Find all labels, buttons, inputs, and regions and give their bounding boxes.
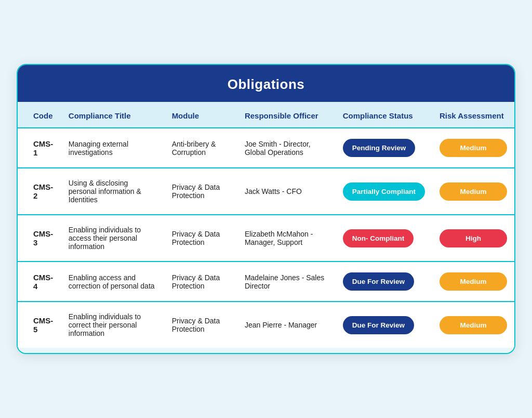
risk-badge: Medium xyxy=(440,316,507,334)
cell-compliance-title: Enabling access and correction of person… xyxy=(61,262,165,302)
table-container: Code Compliance Title Module Responsible… xyxy=(18,102,514,353)
risk-badge: High xyxy=(440,229,507,247)
status-badge: Pending Review xyxy=(343,139,416,157)
cell-module: Privacy & Data Protection xyxy=(165,215,237,262)
obligations-table: Code Compliance Title Module Responsible… xyxy=(18,102,514,348)
cell-code: CMS-4 xyxy=(18,262,61,302)
cell-status: Non- Compliant xyxy=(336,215,432,262)
risk-badge: Medium xyxy=(440,182,507,201)
table-row: CMS-1 Managing external investigations A… xyxy=(18,128,514,168)
cell-officer: Jack Watts - CFO xyxy=(237,168,336,215)
cell-officer: Elizabeth McMahon - Manager, Support xyxy=(237,215,336,262)
card-header: Obligations xyxy=(18,65,514,102)
cell-risk: Medium xyxy=(432,302,514,348)
cell-status: Partially Compliant xyxy=(336,168,432,215)
cell-risk: Medium xyxy=(432,128,514,168)
col-header-officer: Responsible Officer xyxy=(237,102,336,128)
cell-risk: Medium xyxy=(432,262,514,302)
cell-code: CMS-1 xyxy=(18,128,61,168)
status-badge: Due For Review xyxy=(343,272,414,291)
table-row: CMS-4 Enabling access and correction of … xyxy=(18,262,514,302)
cell-compliance-title: Enabling individuals to access their per… xyxy=(61,215,165,262)
col-header-risk: Risk Assessment xyxy=(432,102,514,128)
status-badge: Non- Compliant xyxy=(343,229,414,247)
cell-officer: Jean Pierre - Manager xyxy=(237,302,336,348)
col-header-compliance-title: Compliance Title xyxy=(61,102,165,128)
cell-compliance-title: Using & disclosing personal information … xyxy=(61,168,165,215)
col-header-code: Code xyxy=(18,102,61,128)
cell-module: Privacy & Data Protection xyxy=(165,168,237,215)
cell-code: CMS-2 xyxy=(18,168,61,215)
cell-compliance-title: Managing external investigations xyxy=(61,128,165,168)
cell-module: Privacy & Data Protection xyxy=(165,262,237,302)
cell-risk: High xyxy=(432,215,514,262)
cell-module: Privacy & Data Protection xyxy=(165,302,237,348)
risk-badge: Medium xyxy=(440,272,507,291)
cell-risk: Medium xyxy=(432,168,514,215)
col-header-module: Module xyxy=(165,102,237,128)
col-header-status: Compliance Status xyxy=(336,102,432,128)
cell-officer: Joe Smith - Director, Global Operations xyxy=(237,128,336,168)
cell-status: Pending Review xyxy=(336,128,432,168)
cell-code: CMS-3 xyxy=(18,215,61,262)
risk-badge: Medium xyxy=(440,139,507,157)
status-badge: Due For Review xyxy=(343,316,414,334)
cell-module: Anti-bribery & Corruption xyxy=(165,128,237,168)
cell-code: CMS-5 xyxy=(18,302,61,348)
cell-status: Due For Review xyxy=(336,302,432,348)
table-row: CMS-3 Enabling individuals to access the… xyxy=(18,215,514,262)
status-badge: Partially Compliant xyxy=(343,182,425,201)
cell-officer: Madelaine Jones - Sales Director xyxy=(237,262,336,302)
table-row: CMS-5 Enabling individuals to correct th… xyxy=(18,302,514,348)
card-title: Obligations xyxy=(228,76,305,92)
cell-compliance-title: Enabling individuals to correct their pe… xyxy=(61,302,165,348)
cell-status: Due For Review xyxy=(336,262,432,302)
obligations-card: Obligations Code Compliance Title Module… xyxy=(17,64,515,354)
table-row: CMS-2 Using & disclosing personal inform… xyxy=(18,168,514,215)
table-header-row: Code Compliance Title Module Responsible… xyxy=(18,102,514,128)
